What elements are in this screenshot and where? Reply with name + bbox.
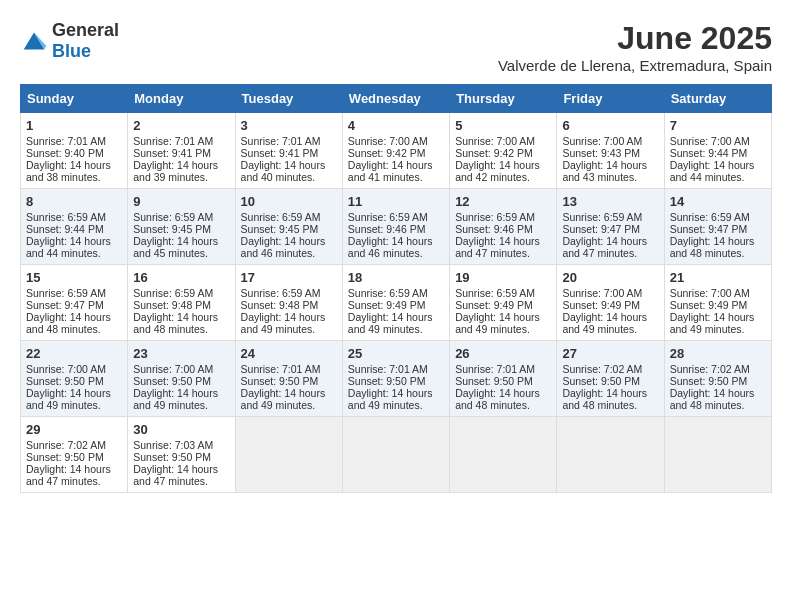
sunset-text: Sunset: 9:41 PM <box>133 147 229 159</box>
daylight-text: Daylight: 14 hours and 44 minutes. <box>670 159 766 183</box>
header: General Blue June 2025 Valverde de Llere… <box>20 20 772 74</box>
day-number: 19 <box>455 270 551 285</box>
day-number: 10 <box>241 194 337 209</box>
day-number: 15 <box>26 270 122 285</box>
week-row-1: 1Sunrise: 7:01 AMSunset: 9:40 PMDaylight… <box>21 113 772 189</box>
day-cell-3: 3Sunrise: 7:01 AMSunset: 9:41 PMDaylight… <box>235 113 342 189</box>
daylight-text: Daylight: 14 hours and 49 minutes. <box>562 311 658 335</box>
sunrise-text: Sunrise: 6:59 AM <box>348 287 444 299</box>
day-cell-26: 26Sunrise: 7:01 AMSunset: 9:50 PMDayligh… <box>450 341 557 417</box>
sunrise-text: Sunrise: 6:59 AM <box>26 287 122 299</box>
sunset-text: Sunset: 9:49 PM <box>455 299 551 311</box>
sunrise-text: Sunrise: 6:59 AM <box>26 211 122 223</box>
sunrise-text: Sunrise: 7:02 AM <box>26 439 122 451</box>
sunset-text: Sunset: 9:42 PM <box>455 147 551 159</box>
day-cell-25: 25Sunrise: 7:01 AMSunset: 9:50 PMDayligh… <box>342 341 449 417</box>
day-number: 12 <box>455 194 551 209</box>
day-number: 3 <box>241 118 337 133</box>
daylight-text: Daylight: 14 hours and 49 minutes. <box>241 387 337 411</box>
day-number: 30 <box>133 422 229 437</box>
daylight-text: Daylight: 14 hours and 48 minutes. <box>670 235 766 259</box>
day-cell-23: 23Sunrise: 7:00 AMSunset: 9:50 PMDayligh… <box>128 341 235 417</box>
week-row-2: 8Sunrise: 6:59 AMSunset: 9:44 PMDaylight… <box>21 189 772 265</box>
logo: General Blue <box>20 20 119 62</box>
daylight-text: Daylight: 14 hours and 48 minutes. <box>670 387 766 411</box>
sunrise-text: Sunrise: 7:00 AM <box>562 135 658 147</box>
sunset-text: Sunset: 9:50 PM <box>26 451 122 463</box>
daylight-text: Daylight: 14 hours and 45 minutes. <box>133 235 229 259</box>
sunrise-text: Sunrise: 7:02 AM <box>562 363 658 375</box>
day-cell-1: 1Sunrise: 7:01 AMSunset: 9:40 PMDaylight… <box>21 113 128 189</box>
daylight-text: Daylight: 14 hours and 47 minutes. <box>133 463 229 487</box>
day-number: 1 <box>26 118 122 133</box>
day-number: 25 <box>348 346 444 361</box>
calendar-subtitle: Valverde de Llerena, Extremadura, Spain <box>498 57 772 74</box>
day-number: 14 <box>670 194 766 209</box>
daylight-text: Daylight: 14 hours and 49 minutes. <box>26 387 122 411</box>
day-number: 13 <box>562 194 658 209</box>
day-number: 9 <box>133 194 229 209</box>
day-cell-24: 24Sunrise: 7:01 AMSunset: 9:50 PMDayligh… <box>235 341 342 417</box>
sunset-text: Sunset: 9:49 PM <box>348 299 444 311</box>
sunset-text: Sunset: 9:50 PM <box>348 375 444 387</box>
sunrise-text: Sunrise: 7:00 AM <box>455 135 551 147</box>
week-row-5: 29Sunrise: 7:02 AMSunset: 9:50 PMDayligh… <box>21 417 772 493</box>
calendar-table: SundayMondayTuesdayWednesdayThursdayFrid… <box>20 84 772 493</box>
logo-general: General <box>52 20 119 40</box>
daylight-text: Daylight: 14 hours and 46 minutes. <box>348 235 444 259</box>
daylight-text: Daylight: 14 hours and 41 minutes. <box>348 159 444 183</box>
day-cell-4: 4Sunrise: 7:00 AMSunset: 9:42 PMDaylight… <box>342 113 449 189</box>
daylight-text: Daylight: 14 hours and 46 minutes. <box>241 235 337 259</box>
daylight-text: Daylight: 14 hours and 49 minutes. <box>133 387 229 411</box>
daylight-text: Daylight: 14 hours and 39 minutes. <box>133 159 229 183</box>
sunset-text: Sunset: 9:50 PM <box>562 375 658 387</box>
day-cell-30: 30Sunrise: 7:03 AMSunset: 9:50 PMDayligh… <box>128 417 235 493</box>
day-number: 18 <box>348 270 444 285</box>
day-header-thursday: Thursday <box>450 85 557 113</box>
day-cell-18: 18Sunrise: 6:59 AMSunset: 9:49 PMDayligh… <box>342 265 449 341</box>
day-cell-17: 17Sunrise: 6:59 AMSunset: 9:48 PMDayligh… <box>235 265 342 341</box>
day-cell-15: 15Sunrise: 6:59 AMSunset: 9:47 PMDayligh… <box>21 265 128 341</box>
day-header-saturday: Saturday <box>664 85 771 113</box>
daylight-text: Daylight: 14 hours and 48 minutes. <box>455 387 551 411</box>
logo-text: General Blue <box>52 20 119 62</box>
sunrise-text: Sunrise: 6:59 AM <box>562 211 658 223</box>
day-number: 23 <box>133 346 229 361</box>
day-cell-13: 13Sunrise: 6:59 AMSunset: 9:47 PMDayligh… <box>557 189 664 265</box>
sunset-text: Sunset: 9:50 PM <box>455 375 551 387</box>
sunrise-text: Sunrise: 6:59 AM <box>133 211 229 223</box>
sunset-text: Sunset: 9:50 PM <box>133 375 229 387</box>
sunset-text: Sunset: 9:50 PM <box>26 375 122 387</box>
sunset-text: Sunset: 9:48 PM <box>241 299 337 311</box>
daylight-text: Daylight: 14 hours and 42 minutes. <box>455 159 551 183</box>
sunset-text: Sunset: 9:45 PM <box>133 223 229 235</box>
empty-cell <box>235 417 342 493</box>
day-cell-22: 22Sunrise: 7:00 AMSunset: 9:50 PMDayligh… <box>21 341 128 417</box>
calendar-title: June 2025 <box>498 20 772 57</box>
daylight-text: Daylight: 14 hours and 48 minutes. <box>133 311 229 335</box>
day-header-wednesday: Wednesday <box>342 85 449 113</box>
sunset-text: Sunset: 9:50 PM <box>241 375 337 387</box>
sunrise-text: Sunrise: 6:59 AM <box>670 211 766 223</box>
sunrise-text: Sunrise: 7:00 AM <box>670 135 766 147</box>
day-cell-19: 19Sunrise: 6:59 AMSunset: 9:49 PMDayligh… <box>450 265 557 341</box>
daylight-text: Daylight: 14 hours and 38 minutes. <box>26 159 122 183</box>
day-cell-11: 11Sunrise: 6:59 AMSunset: 9:46 PMDayligh… <box>342 189 449 265</box>
sunset-text: Sunset: 9:47 PM <box>562 223 658 235</box>
sunset-text: Sunset: 9:41 PM <box>241 147 337 159</box>
sunrise-text: Sunrise: 6:59 AM <box>241 287 337 299</box>
sunset-text: Sunset: 9:42 PM <box>348 147 444 159</box>
day-number: 20 <box>562 270 658 285</box>
sunrise-text: Sunrise: 7:01 AM <box>241 135 337 147</box>
daylight-text: Daylight: 14 hours and 47 minutes. <box>455 235 551 259</box>
daylight-text: Daylight: 14 hours and 49 minutes. <box>455 311 551 335</box>
sunrise-text: Sunrise: 6:59 AM <box>455 211 551 223</box>
day-number: 26 <box>455 346 551 361</box>
sunset-text: Sunset: 9:47 PM <box>670 223 766 235</box>
sunset-text: Sunset: 9:47 PM <box>26 299 122 311</box>
sunrise-text: Sunrise: 6:59 AM <box>455 287 551 299</box>
sunset-text: Sunset: 9:48 PM <box>133 299 229 311</box>
logo-blue: Blue <box>52 41 91 61</box>
day-number: 17 <box>241 270 337 285</box>
day-header-sunday: Sunday <box>21 85 128 113</box>
